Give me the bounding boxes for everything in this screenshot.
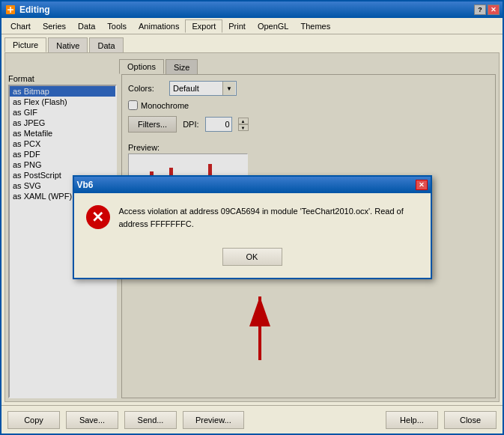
menu-tools[interactable]: Tools: [101, 20, 133, 32]
dialog-footer: OK: [74, 242, 431, 278]
dialog-message: Access violation at address 09CA5694 in …: [119, 205, 419, 230]
menu-bar: Chart Series Data Tools Animations Expor…: [1, 18, 503, 34]
error-icon: ✕: [86, 205, 110, 229]
save-button[interactable]: Save...: [66, 411, 118, 429]
title-bar: Editing ? ✕: [1, 1, 503, 18]
tab-picture[interactable]: Picture: [4, 37, 46, 52]
bottom-bar: Copy Save... Send... Preview... Help... …: [1, 405, 503, 434]
app-icon: [4, 4, 16, 16]
menu-print[interactable]: Print: [222, 20, 252, 32]
window-title: Editing: [19, 4, 474, 15]
dialog-title-bar: Vb6 ✕: [74, 177, 431, 193]
dialog-overlay: Vb6 ✕ ✕ Access violation at address 09CA…: [5, 53, 499, 401]
help-button[interactable]: ?: [474, 4, 486, 15]
send-button[interactable]: Send...: [124, 411, 177, 429]
menu-chart[interactable]: Chart: [4, 20, 37, 32]
tab-native[interactable]: Native: [48, 37, 88, 52]
menu-animations[interactable]: Animations: [133, 20, 185, 32]
close-button[interactable]: Close: [444, 411, 497, 429]
dialog-ok-button[interactable]: OK: [222, 248, 282, 266]
menu-themes[interactable]: Themes: [294, 20, 336, 32]
main-window: Editing ? ✕ Chart Series Data Tools Anim…: [0, 0, 504, 435]
menu-data[interactable]: Data: [72, 20, 101, 32]
preview-button[interactable]: Preview...: [183, 411, 244, 429]
tab-data[interactable]: Data: [89, 37, 123, 52]
copy-button[interactable]: Copy: [7, 411, 60, 429]
dialog-close-button[interactable]: ✕: [416, 180, 428, 190]
window-close-button[interactable]: ✕: [488, 4, 500, 15]
error-dialog: Vb6 ✕ ✕ Access violation at address 09CA…: [73, 175, 432, 279]
dialog-title: Vb6: [77, 180, 416, 190]
menu-opengl[interactable]: OpenGL: [252, 20, 295, 32]
main-tab-bar: Picture Native Data: [1, 34, 503, 52]
dialog-body: ✕ Access violation at address 09CA5694 i…: [74, 193, 431, 242]
help-button[interactable]: Help...: [386, 411, 438, 429]
content-area: Options Size Format as Bitmap as Flex (F…: [4, 52, 500, 402]
menu-export[interactable]: Export: [185, 19, 222, 33]
menu-series[interactable]: Series: [37, 20, 72, 32]
title-bar-buttons: ? ✕: [474, 4, 500, 15]
